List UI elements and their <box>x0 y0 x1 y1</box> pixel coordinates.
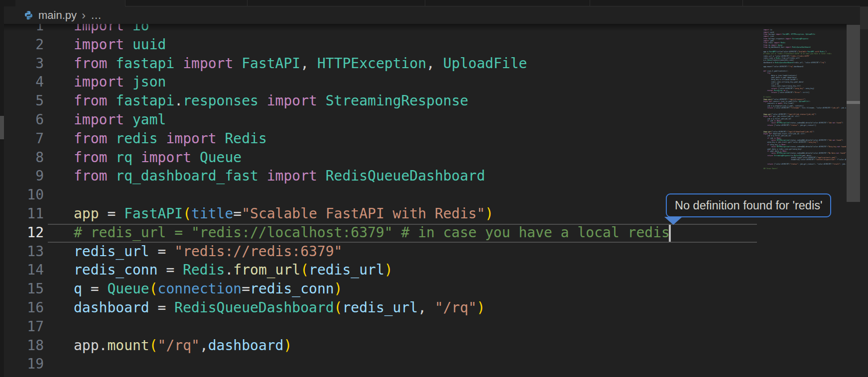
code-token <box>233 55 242 72</box>
code-token: import <box>74 111 124 128</box>
code-token: RedisQueueDashboard <box>174 299 334 316</box>
code-token <box>124 74 132 90</box>
code-token: import <box>267 168 317 184</box>
code-line[interactable] <box>74 186 760 204</box>
code-token: StreamingResponse <box>326 93 469 109</box>
code-line[interactable]: from fastapi import FastAPI, HTTPExcepti… <box>74 54 760 73</box>
line-number[interactable]: 11 <box>0 204 44 223</box>
code-token: redis_url <box>74 243 149 260</box>
code-line[interactable]: redis_conn = Redis.from_url(redis_url) <box>74 261 760 280</box>
line-number[interactable]: 14 <box>0 261 44 280</box>
breadcrumb-file[interactable]: main.py <box>38 9 77 22</box>
code-token: = <box>158 262 183 278</box>
breadcrumb-symbol-ellipsis[interactable]: … <box>91 9 102 22</box>
line-number[interactable]: 6 <box>0 110 44 129</box>
code-token: from <box>74 93 107 109</box>
line-number[interactable]: 3 <box>0 54 44 73</box>
code-token: , <box>300 55 317 72</box>
line-number-gutter[interactable]: 12345678910111213141516171819 <box>0 16 44 374</box>
hover-tooltip: No definition found for 'redis' <box>666 193 831 217</box>
chevron-right-icon: › <box>82 8 86 22</box>
hover-tooltip-arrow-icon <box>664 217 682 225</box>
code-token: q <box>74 281 82 297</box>
python-file-icon <box>24 10 33 20</box>
code-token: fastapi <box>116 93 174 109</box>
line-number[interactable]: 18 <box>0 336 44 355</box>
code-token: = <box>242 281 250 297</box>
code-line[interactable]: q = Queue(connection=redis_conn) <box>74 280 760 298</box>
line-number[interactable]: 17 <box>0 317 44 336</box>
code-token <box>107 168 116 184</box>
right-edge-tabstrip <box>860 0 868 6</box>
line-number[interactable]: 5 <box>0 92 44 110</box>
minimap[interactable]: import ioimport uuidfrom fastapi import … <box>763 29 846 307</box>
vertical-scrollbar-thumb[interactable] <box>847 25 860 202</box>
code-token: FastAPI <box>124 205 183 222</box>
code-token: uuid <box>132 36 166 53</box>
code-token: ( <box>300 262 309 278</box>
code-line[interactable]: import uuid <box>74 35 760 54</box>
code-token: ) <box>334 281 343 297</box>
tab-strip[interactable] <box>0 0 868 6</box>
line-number[interactable]: 13 <box>0 242 44 261</box>
code-token <box>124 111 132 128</box>
line-number[interactable]: 16 <box>0 298 44 317</box>
code-token: from_url <box>233 262 300 278</box>
code-token: , <box>426 55 443 72</box>
right-edge-strip <box>860 0 868 377</box>
line-number[interactable]: 8 <box>0 148 44 167</box>
code-token: redis_conn <box>74 262 158 278</box>
tab-main-py-active[interactable] <box>15 0 125 6</box>
code-token: Redis <box>183 262 225 278</box>
code-line[interactable]: from rq import Queue <box>74 148 760 167</box>
code-line[interactable]: app = FastAPI(title="Scalable FastAPI wi… <box>74 204 760 223</box>
code-token: redis_url <box>342 299 418 316</box>
code-line[interactable]: from redis import Redis <box>74 129 760 148</box>
code-token: dashboard <box>208 337 284 354</box>
code-area[interactable]: import ioimport uuidfrom fastapi import … <box>74 16 760 374</box>
code-token: Queue <box>107 281 149 297</box>
code-token: . <box>99 337 108 354</box>
code-token: , <box>418 299 435 316</box>
code-token: = <box>99 205 124 222</box>
code-line[interactable]: dashboard = RedisQueueDashboard(redis_ur… <box>74 298 760 317</box>
line-number[interactable]: 9 <box>0 167 44 186</box>
current-line-highlight <box>48 224 757 243</box>
code-token <box>317 93 326 109</box>
code-token: redis_url <box>309 262 384 278</box>
line-number[interactable]: 15 <box>0 280 44 298</box>
code-line[interactable] <box>74 317 760 336</box>
breadcrumb[interactable]: main.py › … <box>4 6 847 24</box>
code-line[interactable] <box>74 355 760 374</box>
line-number[interactable]: 12 <box>0 223 44 242</box>
tab-divider <box>125 0 125 6</box>
code-token: ) <box>485 205 494 222</box>
code-token: ) <box>477 299 485 316</box>
code-token: title <box>191 205 233 222</box>
code-token: = <box>82 281 108 297</box>
code-line[interactable]: app.mount("/rq",dashboard) <box>74 336 760 355</box>
tab-divider <box>425 0 425 6</box>
code-line[interactable]: import json <box>74 73 760 92</box>
code-line[interactable]: from rq_dashboard_fast import RedisQueue… <box>74 167 760 186</box>
line-number[interactable]: 19 <box>0 355 44 374</box>
code-line[interactable]: from fastapi.responses import StreamingR… <box>74 92 760 110</box>
code-token: ) <box>283 337 292 354</box>
code-token <box>107 55 116 72</box>
code-line[interactable]: redis_url = "redis://redis:6379" <box>74 242 760 261</box>
code-token <box>107 130 116 147</box>
line-number[interactable]: 10 <box>0 186 44 204</box>
code-token <box>258 168 267 184</box>
line-number[interactable]: 4 <box>0 73 44 92</box>
line-number[interactable]: 2 <box>0 35 44 54</box>
code-token: . <box>225 262 233 278</box>
code-token <box>107 149 116 166</box>
code-token: responses <box>183 93 258 109</box>
code-line[interactable]: import yaml <box>74 110 760 129</box>
vscode-editor-window: 12345678910111213141516171819 import ioi… <box>0 0 868 377</box>
code-token: import <box>141 149 191 166</box>
line-number[interactable]: 7 <box>0 129 44 148</box>
code-token <box>317 168 326 184</box>
code-token: yaml <box>132 111 166 128</box>
code-token <box>191 149 200 166</box>
